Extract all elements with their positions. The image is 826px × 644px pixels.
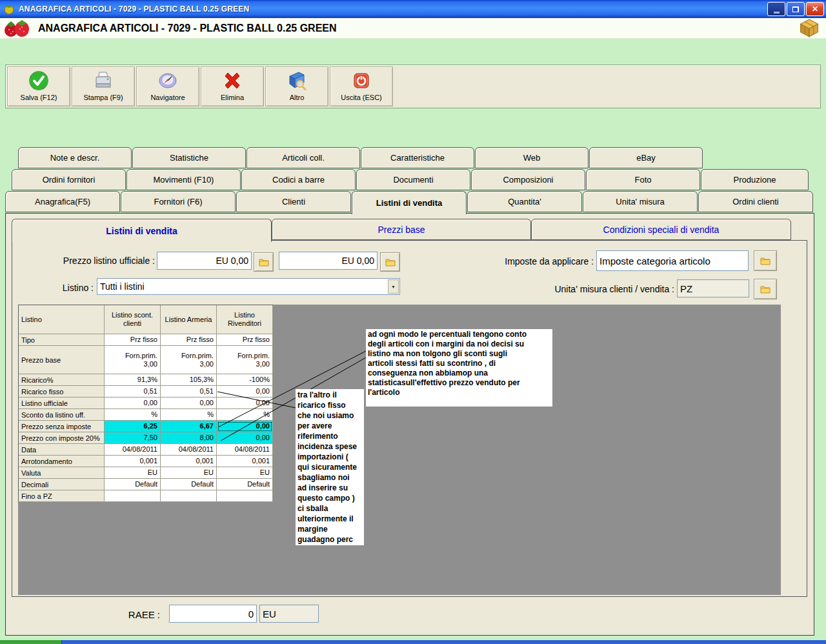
stampa-f9-button[interactable]: Stampa (F9) [72, 66, 135, 106]
red-x-icon [222, 70, 243, 91]
tab-composizioni[interactable]: Composizioni [471, 169, 585, 190]
tab-produzione[interactable]: Produzione [701, 169, 809, 190]
prezzo-listino-input-1[interactable]: EU 0,00 [157, 252, 252, 270]
prezzo-listino-lookup-button-1[interactable] [254, 252, 274, 272]
tab-foto[interactable]: Foto [586, 169, 700, 190]
raee-label: RAEE : [96, 609, 160, 620]
tab-listini-di-vendita[interactable]: Listini di vendita [352, 191, 467, 214]
restore-button[interactable] [787, 2, 805, 16]
tab-ebay[interactable]: eBay [589, 147, 703, 168]
imposte-lookup-button[interactable] [754, 250, 777, 271]
note-ricarico-fisso: tra l'altro il ricarico fisso che noi us… [296, 389, 364, 545]
chevron-down-icon[interactable]: ▼ [388, 279, 399, 294]
folder-icon [760, 285, 771, 294]
imposte-input[interactable]: Imposte categoria articolo [596, 250, 749, 271]
toolbar-button-label: Navigatore [150, 94, 185, 101]
printer-icon [93, 70, 114, 91]
unita-misura-lookup-button[interactable] [754, 279, 777, 299]
strawberry-icon [2, 19, 32, 37]
listino-label: Listino : [29, 283, 94, 293]
tab-anagrafica-f5[interactable]: Anagrafica(F5) [5, 191, 120, 212]
tab-ordini-clienti[interactable]: Ordini clienti [698, 191, 813, 212]
green-check-icon [28, 70, 49, 91]
listino-dropdown[interactable]: Tutti i listini ▼ [97, 278, 400, 295]
note-percentuali: ad ogni modo le percentuali tengono cont… [366, 329, 552, 407]
window-title: ANAGRAFICA ARTICOLI - 7029 - PLASTIC BAL… [19, 5, 249, 14]
tab-row-2: Ordini fornitoriMovimenti (F10)Codici a … [12, 169, 809, 190]
folder-icon [760, 257, 771, 265]
subtab-condizioni-speciali-di-vendita[interactable]: Condizioni speciali di vendita [531, 219, 791, 240]
taskbar-start-segment[interactable] [0, 640, 61, 644]
toolbar-button-label: Salva (F12) [21, 94, 57, 101]
tab-quantita[interactable]: Quantita' [467, 191, 582, 212]
tab-note-e-descr[interactable]: Note e descr. [18, 147, 132, 168]
unita-misura-label: Unita' misura clienti / vendita : [481, 284, 674, 294]
toolbar-button-label: Uscita (ESC) [341, 94, 382, 101]
package-icon [799, 18, 820, 38]
listino-dropdown-value: Tutti i listini [100, 281, 145, 292]
prezzo-listino-lookup-button-2[interactable] [380, 252, 400, 272]
raee-input[interactable]: 0 [169, 605, 257, 623]
toolbar-button-label: Elimina [221, 94, 244, 101]
tab-unita-misura[interactable]: Unita' misura [583, 191, 698, 212]
tab-ordini-fornitori[interactable]: Ordini fornitori [12, 169, 126, 190]
uscita-esc-button[interactable]: Uscita (ESC) [330, 66, 393, 106]
subtab-prezzi-base[interactable]: Prezzi base [272, 219, 531, 240]
tab-row-1: Note e descr.StatisticheArticoli coll.Ca… [18, 147, 703, 168]
tab-clienti[interactable]: Clienti [236, 191, 351, 212]
toolbar: Salva (F12)Stampa (F9)NavigatoreEliminaA… [5, 65, 821, 108]
raee-currency-field: EU [259, 605, 319, 623]
unita-misura-input[interactable]: PZ [677, 279, 749, 297]
power-icon [351, 70, 372, 91]
tab-documenti[interactable]: Documenti [356, 169, 470, 190]
tab-fornitori-f6[interactable]: Fornitori (F6) [121, 191, 236, 212]
prezzo-listino-label: Prezzo listino ufficiale : [19, 256, 155, 266]
app-icon [3, 3, 15, 15]
taskbar-segment[interactable] [61, 640, 826, 644]
altro-button[interactable]: Altro [265, 66, 328, 106]
salva-f12-button[interactable]: Salva (F12) [7, 66, 70, 106]
tab-row-3: Anagrafica(F5)Fornitori (F6)ClientiListi… [5, 191, 814, 214]
subtab-listini-di-vendita[interactable]: Listini di vendita [12, 219, 272, 242]
tab-statistiche[interactable]: Statistiche [132, 147, 246, 168]
minimize-button[interactable] [767, 2, 785, 16]
tab-codici-a-barre[interactable]: Codici a barre [241, 169, 356, 190]
imposte-label: Imposte da applicare : [452, 256, 594, 267]
folder-icon [385, 258, 396, 267]
tab-articoli-coll[interactable]: Articoli coll. [247, 147, 360, 168]
toolbar-button-label: Stampa (F9) [83, 94, 123, 101]
app-header: ANAGRAFICA ARTICOLI - 7029 - PLASTIC BAL… [0, 18, 826, 39]
tab-movimenti-f10[interactable]: Movimenti (F10) [126, 169, 241, 190]
os-taskbar [0, 640, 826, 644]
elimina-button[interactable]: Elimina [201, 66, 264, 106]
window-titlebar: ANAGRAFICA ARTICOLI - 7029 - PLASTIC BAL… [0, 0, 826, 18]
page-title: ANAGRAFICA ARTICOLI - 7029 - PLASTIC BAL… [38, 23, 337, 34]
tab-web[interactable]: Web [475, 147, 589, 168]
book-magnifier-icon [287, 70, 307, 91]
prezzo-listino-input-2[interactable]: EU 0,00 [279, 252, 378, 270]
tab-caratteristiche[interactable]: Caratteristiche [361, 147, 474, 168]
work-area: ListinoListino scont. clientiListino Arm… [18, 305, 781, 595]
application-window: ANAGRAFICA ARTICOLI - 7029 - PLASTIC BAL… [0, 0, 826, 644]
close-button[interactable]: ✕ [806, 2, 824, 16]
navigatore-button[interactable]: Navigatore [136, 66, 199, 106]
folder-icon [259, 258, 269, 267]
toolbar-button-label: Altro [290, 94, 305, 101]
compass-icon [157, 70, 178, 91]
